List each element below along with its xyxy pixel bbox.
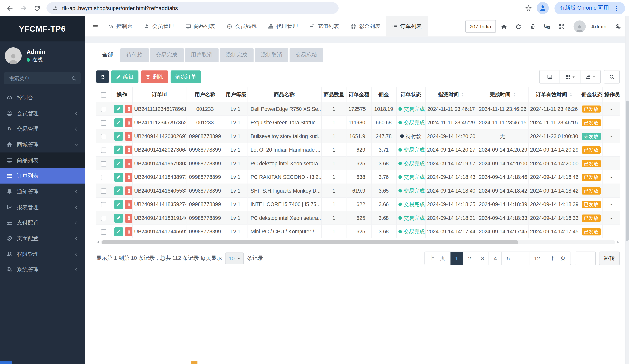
topnav-tab-8[interactable]: 订单列表	[386, 16, 427, 37]
clear-cache-button[interactable]	[527, 20, 539, 33]
list-view-button[interactable]	[540, 71, 560, 83]
address-bar[interactable]: tik-api.hwym.shop/super/order.html?ref=a…	[46, 2, 338, 14]
columns-button[interactable]	[560, 71, 580, 83]
sidebar-item-3[interactable]: B交易管理	[0, 121, 85, 137]
edit-row-button[interactable]	[114, 227, 123, 236]
sidebar-item-7[interactable]: 通知管理	[0, 184, 85, 199]
hscroll-thumb[interactable]	[102, 240, 518, 244]
refresh-button[interactable]	[512, 20, 525, 33]
fullscreen-button[interactable]	[556, 20, 568, 33]
column-header-completed[interactable]: 完成时间	[477, 87, 528, 102]
topnav-tab-1[interactable]: 控制台	[102, 16, 138, 37]
reload-button[interactable]	[31, 2, 42, 14]
delete-row-button[interactable]	[125, 186, 133, 195]
settings-button[interactable]	[612, 20, 624, 33]
refresh-table-button[interactable]	[96, 71, 109, 83]
edit-row-button[interactable]	[114, 145, 123, 154]
page-button-1[interactable]: 1	[450, 252, 463, 264]
unfreeze-button[interactable]: 解冻订单	[170, 71, 201, 83]
page-scrollbar-thumb[interactable]	[626, 101, 629, 241]
sort-icon[interactable]	[569, 92, 572, 97]
page-button-...[interactable]: ...	[514, 252, 529, 264]
scroll-left-icon[interactable]	[96, 241, 100, 244]
admin-name[interactable]: Admin	[591, 24, 606, 29]
page-button-4[interactable]: 4	[489, 252, 502, 264]
filter-tab-7[interactable]: 交易冻结	[290, 48, 323, 62]
edit-row-button[interactable]	[114, 104, 123, 113]
sidebar-toggle-button[interactable]	[88, 16, 102, 37]
edit-button[interactable]: 编辑	[111, 71, 138, 83]
page-button-next[interactable]: 下一页	[545, 252, 570, 264]
select-all-checkbox[interactable]	[101, 92, 106, 98]
delete-row-button[interactable]	[125, 104, 133, 113]
home-button[interactable]	[498, 20, 510, 33]
page-button-2[interactable]: 2	[463, 252, 476, 264]
filter-tab-2[interactable]: 待付款	[120, 48, 149, 62]
row-checkbox[interactable]	[101, 230, 106, 235]
filter-tab-6[interactable]: 强制取消	[255, 48, 288, 62]
back-button[interactable]	[4, 2, 15, 14]
delete-row-button[interactable]	[125, 214, 133, 222]
page-scrollbar[interactable]	[625, 16, 629, 364]
sidebar-item-10[interactable]: 页面配置	[0, 231, 85, 246]
jump-page-input[interactable]	[575, 251, 596, 265]
edit-row-button[interactable]	[114, 132, 123, 140]
topnav-tab-3[interactable]: 商品列表	[180, 16, 221, 37]
topnav-tab-4[interactable]: cc会员钱包	[221, 16, 262, 37]
page-size-select[interactable]: 10	[225, 252, 244, 264]
sidebar-item-11[interactable]: 权限管理	[0, 246, 85, 262]
sidebar-item-12[interactable]: 系统管理	[0, 262, 85, 277]
edit-row-button[interactable]	[114, 173, 123, 182]
edit-row-button[interactable]	[114, 186, 123, 195]
browser-profile-button[interactable]	[537, 2, 549, 14]
column-header-valid[interactable]: 订单有效时间	[528, 87, 580, 102]
search-toggle-button[interactable]	[604, 70, 620, 84]
export-button[interactable]	[580, 71, 601, 83]
row-checkbox[interactable]	[101, 202, 106, 207]
hscroll-track[interactable]	[101, 240, 615, 244]
filter-tab-3[interactable]: 交易完成	[150, 48, 183, 62]
sidebar-item-5[interactable]: 商品列表	[0, 152, 85, 168]
env-selector-button[interactable]: 207-India	[465, 20, 495, 33]
language-button[interactable]: 文A	[542, 20, 554, 33]
delete-row-button[interactable]	[125, 173, 133, 182]
delete-row-button[interactable]	[125, 200, 133, 209]
sidebar-item-1[interactable]: 控制台	[0, 90, 85, 106]
forward-button[interactable]	[18, 2, 29, 14]
browser-menu-icon[interactable]	[614, 5, 620, 11]
delete-row-button[interactable]	[125, 132, 133, 140]
row-checkbox[interactable]	[101, 134, 106, 139]
page-button-5[interactable]: 5	[502, 252, 515, 264]
delete-row-button[interactable]	[125, 118, 133, 127]
row-checkbox[interactable]	[101, 175, 106, 180]
jump-button[interactable]: 跳转	[599, 251, 620, 265]
delete-row-button[interactable]	[125, 159, 133, 168]
delete-button[interactable]: 删除	[141, 71, 168, 83]
topnav-tab-2[interactable]: 会员管理	[138, 16, 179, 37]
sidebar-item-4[interactable]: 商城管理	[0, 137, 85, 152]
scroll-right-icon[interactable]	[617, 241, 620, 244]
horizontal-scrollbar[interactable]	[96, 240, 620, 245]
edit-row-button[interactable]	[114, 118, 123, 127]
row-checkbox[interactable]	[101, 120, 106, 125]
page-button-prev[interactable]: 上一页	[425, 252, 450, 264]
page-button-3[interactable]: 3	[476, 252, 489, 264]
filter-tab-4[interactable]: 用户取消	[185, 48, 218, 62]
admin-avatar[interactable]	[574, 20, 586, 32]
row-checkbox[interactable]	[101, 107, 106, 112]
topnav-tab-6[interactable]: 充值列表	[304, 16, 345, 37]
edit-row-button[interactable]	[114, 200, 123, 209]
topnav-tab-7[interactable]: 彩金列表	[345, 16, 386, 37]
bookmark-button[interactable]	[523, 2, 534, 14]
delete-row-button[interactable]	[125, 227, 133, 236]
sidebar-item-6[interactable]: 订单列表	[0, 168, 85, 184]
sidebar-item-2[interactable]: 会员管理	[0, 105, 85, 121]
row-checkbox[interactable]	[101, 188, 106, 194]
edit-row-button[interactable]	[114, 159, 123, 168]
edit-row-button[interactable]	[114, 214, 123, 222]
delete-row-button[interactable]	[125, 145, 133, 154]
column-header-assigned[interactable]: 指派时间	[425, 87, 477, 102]
sidebar-item-9[interactable]: 支付配置	[0, 215, 85, 231]
page-button-12[interactable]: 12	[529, 252, 545, 264]
filter-tab-5[interactable]: 强制完成	[220, 48, 253, 62]
